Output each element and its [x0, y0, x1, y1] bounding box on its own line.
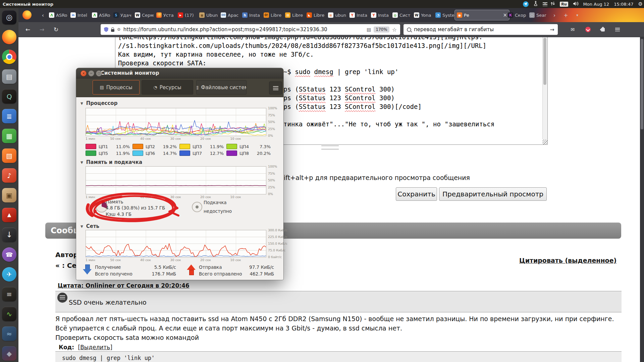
- browser-tab[interactable]: ΛASRo: [47, 10, 72, 20]
- close-button[interactable]: ×: [80, 70, 87, 76]
- quote-header-link[interactable]: Цитата: Onlininer от Сегодня в 20:20:46: [58, 282, 190, 289]
- browser-tab[interactable]: inIntel: [68, 10, 93, 20]
- dock-item-firefox[interactable]: [2, 30, 16, 44]
- back-button[interactable]: ←: [23, 25, 33, 34]
- page-scrollbar[interactable]: [640, 37, 644, 362]
- permissions-icon[interactable]: ⚙: [117, 27, 121, 32]
- dock-item-quake-game[interactable]: Q: [2, 89, 16, 104]
- dock-item-orange-slides[interactable]: ▧: [2, 148, 16, 163]
- dock-item-telegram[interactable]: ✈: [2, 267, 16, 282]
- browser-tab[interactable]: YInsta: [347, 10, 372, 20]
- browser-tab[interactable]: Уста: [154, 10, 179, 20]
- dock-item-downloader[interactable]: ↓: [2, 228, 16, 242]
- browser-tab[interactable]: YInsta: [369, 10, 394, 20]
- dock-item-tan-package[interactable]: ▣: [2, 188, 16, 202]
- quote-selected-link[interactable]: Цитировать (выделенное): [519, 257, 616, 264]
- save-button[interactable]: Сохранить: [396, 187, 437, 201]
- code-select-link[interactable]: [Выделить]: [78, 344, 112, 351]
- browser-tab[interactable]: ▣Ubun: [197, 10, 222, 20]
- dock-item-blue-docs[interactable]: ≣: [2, 109, 16, 123]
- cpu-section-header[interactable]: ▼Процессор: [80, 100, 117, 106]
- clock-date[interactable]: Mon Aug 12: [583, 2, 609, 7]
- dock-item-chromium[interactable]: [2, 50, 16, 64]
- url-bar[interactable]: ⚙ https://forum.ubuntu.ru/index.php?acti…: [101, 24, 400, 35]
- browser-tab[interactable]: КСкор: [506, 10, 531, 20]
- textarea-resize-grip[interactable]: [321, 145, 339, 149]
- textarea-resize-corner[interactable]: [542, 139, 547, 144]
- dock-item-file-manager[interactable]: ▤: [2, 69, 16, 84]
- dock-item-viber[interactable]: ☎: [2, 247, 16, 262]
- flask-tray-icon[interactable]: [533, 1, 538, 7]
- tab-scroll-right-button[interactable]: ›: [550, 11, 559, 19]
- menu-hamburger-icon[interactable]: [613, 25, 622, 34]
- browser-tab[interactable]: ▤Libre: [283, 10, 308, 20]
- tracking-shield-icon[interactable]: [104, 27, 108, 32]
- collapse-triangle-icon[interactable]: ▼: [80, 102, 83, 105]
- window-titlebar[interactable]: × − □ Системный монитор: [76, 68, 283, 78]
- telegram-tray-icon[interactable]: [523, 1, 529, 7]
- dock-item-red-media[interactable]: ♪: [2, 168, 16, 183]
- network-section-header[interactable]: ▼Сеть: [80, 223, 99, 229]
- dock-item-green-spreadsheet[interactable]: ▦: [2, 129, 16, 143]
- list-all-tabs-button[interactable]: ▾: [573, 11, 582, 19]
- browser-tab[interactable]: WYona: [412, 10, 437, 20]
- dock-item-pdf-reader[interactable]: ▲: [2, 208, 16, 222]
- tab-filesystems[interactable]: ▥Файловые систем: [196, 80, 247, 95]
- search-go-icon[interactable]: →: [550, 26, 554, 33]
- new-tab-button[interactable]: +: [561, 11, 570, 19]
- clipboard-menu-icon[interactable]: ▾: [543, 2, 546, 6]
- url-text[interactable]: https://forum.ubuntu.ru/index.php?action…: [123, 26, 364, 33]
- maximize-button[interactable]: □: [96, 70, 102, 76]
- memory-section-header[interactable]: ▼Память и подкачка: [80, 159, 142, 165]
- axis-tick-label: 25%: [268, 186, 275, 189]
- search-bar[interactable]: перевод мегабайт в гигабиты →: [404, 24, 558, 35]
- pocket-icon[interactable]: [583, 25, 593, 34]
- dock-item-dark-notes[interactable]: ≡: [2, 287, 16, 301]
- volume-icon[interactable]: [573, 1, 579, 7]
- browser-tab[interactable]: ◣Libre: [305, 10, 329, 20]
- page-scrollbar-thumb[interactable]: [641, 39, 643, 129]
- keyboard-layout-indicator[interactable]: Ru: [560, 2, 568, 7]
- browser-tab[interactable]: ◔Syste: [433, 10, 458, 20]
- textarea-scrollbar-thumb[interactable]: [543, 38, 546, 85]
- preview-button[interactable]: Предварительный просмотр: [439, 187, 547, 201]
- browser-tab[interactable]: WСерм: [133, 10, 158, 20]
- dock-item-app-spiral[interactable]: ◎: [2, 10, 16, 24]
- forward-button[interactable]: →: [37, 25, 47, 34]
- browser-tab[interactable]: O!Libre: [262, 10, 286, 20]
- collapse-triangle-icon[interactable]: ▼: [80, 225, 83, 228]
- settings-gear-icon[interactable]: ⚙: [638, 1, 643, 7]
- dock-item-system-load[interactable]: ∿: [2, 307, 16, 321]
- network-updown-icon[interactable]: [550, 1, 555, 7]
- dock-item-blue-wave[interactable]: ≈: [2, 326, 16, 341]
- browser-tab[interactable]: ▶(17): [176, 10, 201, 20]
- lock-icon[interactable]: [111, 29, 114, 32]
- extensions-puzzle-icon[interactable]: [598, 25, 607, 34]
- mail-extension-icon[interactable]: ✉: [568, 25, 577, 34]
- dock-item-blue-red-app[interactable]: ◆: [2, 346, 16, 361]
- browser-tab[interactable]: SУдач: [111, 10, 136, 20]
- search-input-value[interactable]: перевод мегабайт в гигабиты: [414, 26, 547, 33]
- browser-tab[interactable]: ◉Ре×: [455, 10, 509, 20]
- reader-mode-icon[interactable]: ▤: [367, 27, 371, 32]
- tab-resources[interactable]: ◔Ресурсы: [142, 80, 193, 95]
- minimize-button[interactable]: −: [88, 70, 94, 76]
- browser-tab[interactable]: hInsta: [240, 10, 265, 20]
- reload-button[interactable]: ↻: [51, 25, 61, 34]
- zoom-level-badge[interactable]: 170%: [374, 26, 389, 33]
- gnome-top-bar: Системный монитор ▾ Ru Mon Aug 12 15:08:…: [0, 0, 644, 8]
- bookmark-star-icon[interactable]: ☆: [392, 26, 397, 33]
- browser-tab[interactable]: OOApac: [219, 10, 244, 20]
- clock-time[interactable]: 15:08:47: [614, 2, 633, 7]
- recv-rate: 5.5 КиБ/с: [137, 264, 176, 270]
- tab-processes[interactable]: ▤Процессы: [93, 80, 140, 95]
- collapse-triangle-icon[interactable]: ▼: [80, 161, 83, 164]
- browser-tab[interactable]: ≋ubun: [326, 10, 351, 20]
- monitor-menu-button[interactable]: [269, 81, 282, 95]
- textarea-scrollbar[interactable]: [542, 37, 547, 139]
- browser-tab[interactable]: ◍Сист: [390, 10, 415, 20]
- tab-scroll-left-button[interactable]: ‹: [39, 11, 47, 19]
- browser-tab[interactable]: ΛASRo: [90, 10, 115, 20]
- browser-tab[interactable]: ◌Sear: [527, 10, 552, 20]
- system-monitor-window[interactable]: × − □ Системный монитор ▤Процессы ◔Ресур…: [76, 68, 283, 280]
